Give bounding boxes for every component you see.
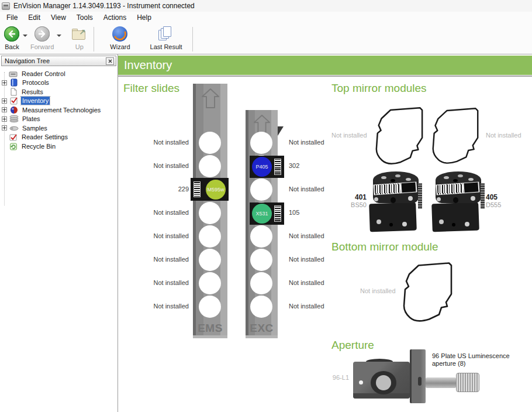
- up-label: Up: [75, 43, 84, 50]
- bottom-mirror-status: Not installed: [360, 287, 396, 294]
- filter-slot: [199, 296, 221, 318]
- ems-slot-status: Not installed: [118, 162, 189, 170]
- filter-slot: [250, 132, 272, 154]
- menu-actions[interactable]: Actions: [98, 12, 132, 24]
- back-arrow-icon: [4, 26, 19, 42]
- samples-tube-icon: [9, 124, 19, 132]
- filter-slot: [199, 132, 221, 154]
- filter-disc: M595w: [206, 180, 226, 200]
- module-side-barcode-icon: [418, 183, 422, 209]
- exc-slot-status: Not installed: [289, 303, 324, 311]
- forward-dropdown-caret-icon[interactable]: [56, 26, 63, 46]
- sidebar-item-label: Recycle Bin: [20, 142, 57, 150]
- sidebar-item-label: Reader Control: [20, 70, 67, 78]
- page-title: Inventory: [118, 59, 172, 72]
- content-panel: Inventory Filter slides: [118, 54, 532, 412]
- menu-help[interactable]: Help: [132, 12, 157, 24]
- exc-slot-status: Not installed: [289, 279, 324, 287]
- ems-slot-status: Not installed: [118, 232, 189, 241]
- wizard-button[interactable]: Wizard: [108, 26, 132, 51]
- up-button: ↗ Up: [70, 26, 89, 51]
- sidebar-item-reader-settings[interactable]: Reader Settings: [0, 133, 118, 142]
- forward-label: Forward: [30, 43, 54, 50]
- ems-slot-status: 229: [118, 186, 189, 194]
- results-page-icon: [9, 88, 18, 96]
- module-id: 401: [331, 193, 367, 201]
- sidebar-item-reader-control[interactable]: Reader Control: [0, 69, 118, 78]
- module-id: 405: [486, 193, 521, 201]
- filter-slot: [199, 249, 221, 271]
- menu-file[interactable]: File: [1, 12, 23, 24]
- mirror-module-405: [432, 171, 485, 232]
- wizard-icon: [112, 26, 127, 42]
- filter-slot: [250, 296, 272, 318]
- sidebar-item-samples[interactable]: Samples: [0, 123, 118, 133]
- sidebar-item-label: Inventory: [21, 97, 50, 105]
- inventory-body: Filter slides EMS: [118, 77, 532, 412]
- page-header: Inventory: [118, 56, 532, 75]
- sidebar-item-results[interactable]: Results: [0, 87, 118, 97]
- filter-slot: [250, 225, 272, 248]
- expand-plus-icon[interactable]: [2, 80, 7, 85]
- top-mirror-left-status: Not installed: [331, 132, 367, 139]
- module-code: D555: [486, 201, 521, 208]
- reader-settings-check-icon: [9, 133, 18, 141]
- app-icon: [2, 2, 10, 10]
- folder-up-icon: ↗: [71, 28, 87, 42]
- envision-manager-window: EnVision Manager 1.14.3049.1193 - Instru…: [0, 0, 532, 412]
- barcode-icon: [194, 181, 201, 197]
- slide-shadow-notch: [278, 126, 284, 136]
- filter-slot: [250, 272, 272, 294]
- expand-plus-icon[interactable]: [2, 107, 7, 112]
- back-button[interactable]: Back: [2, 26, 22, 51]
- mirror-outline-empty: [430, 105, 480, 169]
- mirror-module-401-label: 401 BS50: [331, 193, 367, 208]
- barcode-icon: [274, 159, 281, 175]
- recycle-bin-icon: [9, 142, 18, 150]
- sidebar-item-inventory[interactable]: Inventory: [0, 97, 118, 106]
- aperture-knob: [456, 373, 479, 392]
- exc-slot-status: Not installed: [289, 139, 324, 147]
- mirror-outline-empty: [374, 105, 424, 169]
- sidebar-item-recycle-bin[interactable]: Recycle Bin: [0, 142, 118, 151]
- bottom-mirror-outline-empty: [401, 261, 454, 325]
- filter-slot: [199, 225, 221, 248]
- toolbar-separator: [94, 27, 94, 52]
- sidebar-item-label: Protocols: [21, 78, 50, 87]
- installed-filter-m595w: M595w: [191, 178, 229, 201]
- expand-plus-icon[interactable]: [2, 125, 7, 131]
- sidebar-item-label: Results: [20, 88, 44, 96]
- exc-slot-status: 302: [289, 162, 299, 170]
- bottom-mirror-module-heading: Bottom mirror module: [331, 241, 438, 253]
- plates-stack-icon: [9, 115, 19, 123]
- filter-slot: [199, 272, 221, 294]
- ems-slot-status: Not installed: [118, 139, 189, 147]
- filter-slot: [199, 202, 221, 224]
- slide-name: EMS: [193, 322, 227, 335]
- forward-button: Forward: [29, 26, 56, 51]
- sidebar-item-plates[interactable]: Plates: [0, 115, 118, 124]
- sidebar-item-label: Plates: [21, 115, 42, 123]
- menu-edit[interactable]: Edit: [23, 12, 46, 24]
- filter-slot: [199, 155, 221, 177]
- menu-tools[interactable]: Tools: [71, 12, 98, 24]
- last-result-button[interactable]: Last Result: [148, 26, 184, 51]
- filter-slot: [250, 249, 272, 271]
- close-icon[interactable]: [106, 57, 114, 65]
- toolbar-separator: [192, 27, 193, 52]
- back-label: Back: [5, 43, 19, 50]
- back-dropdown-caret-icon[interactable]: [22, 26, 29, 46]
- ems-slot-status: Not installed: [118, 303, 189, 311]
- top-mirror-right-status: Not installed: [486, 132, 521, 139]
- module-code: BS50: [331, 201, 367, 208]
- sidebar-item-protocols[interactable]: Protocols: [0, 78, 118, 88]
- filter-disc: P405: [252, 157, 272, 177]
- installed-filter-p405: P405: [250, 156, 284, 178]
- exc-slot-status: Not installed: [289, 256, 324, 264]
- barcode-icon: [274, 205, 281, 222]
- expand-plus-icon[interactable]: [2, 98, 7, 104]
- expand-plus-icon[interactable]: [2, 116, 7, 122]
- menu-view[interactable]: View: [46, 12, 71, 24]
- sidebar-item-measurement-technologies[interactable]: Measurement Technologies: [0, 105, 118, 115]
- measurement-sphere-icon: [9, 106, 19, 114]
